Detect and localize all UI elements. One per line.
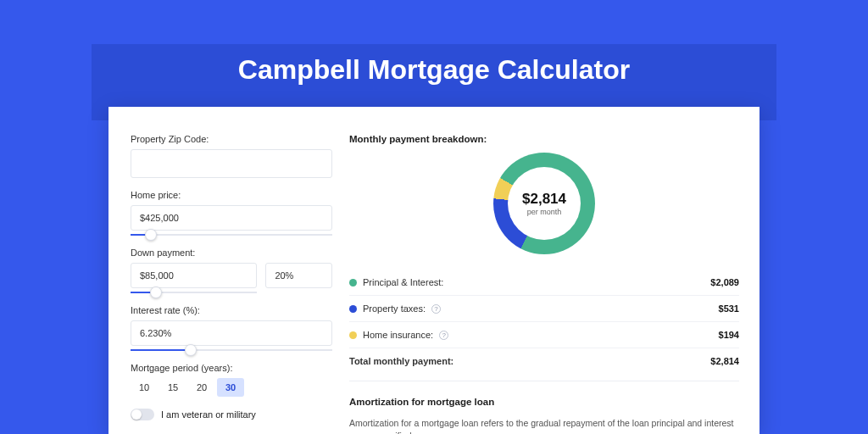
rate-label: Interest rate (%): bbox=[131, 305, 332, 315]
field-interest-rate: Interest rate (%): 6.230% bbox=[131, 305, 332, 351]
down-payment-label: Down payment: bbox=[131, 248, 332, 258]
calculator-card: Property Zip Code: Home price: $425,000 … bbox=[108, 107, 760, 434]
home-price-input[interactable]: $425,000 bbox=[131, 205, 332, 231]
donut-amount: $2,814 bbox=[522, 191, 566, 208]
veteran-toggle[interactable] bbox=[131, 409, 154, 420]
period-option-15[interactable]: 15 bbox=[159, 378, 186, 397]
home-price-slider[interactable] bbox=[131, 234, 332, 236]
period-label: Mortgage period (years): bbox=[131, 363, 332, 373]
legend-row-ins: Home insurance:?$194 bbox=[349, 321, 739, 348]
field-down-payment: Down payment: $85,000 20% bbox=[131, 248, 332, 293]
total-label: Total monthly payment: bbox=[349, 356, 453, 366]
donut-sub: per month bbox=[527, 208, 562, 216]
legend-row-total: Total monthly payment:$2,814 bbox=[349, 348, 739, 374]
veteran-row: I am veteran or military bbox=[131, 409, 332, 420]
down-payment-amount-input[interactable]: $85,000 bbox=[131, 263, 257, 288]
legend-amount-tax: $531 bbox=[719, 303, 739, 314]
field-zip: Property Zip Code: bbox=[131, 134, 332, 178]
field-period: Mortgage period (years): 10152030 bbox=[131, 363, 332, 397]
period-option-10[interactable]: 10 bbox=[131, 378, 158, 397]
legend: Principal & Interest:$2,089Property taxe… bbox=[349, 270, 739, 374]
down-payment-slider[interactable] bbox=[131, 292, 257, 293]
legend-row-tax: Property taxes:?$531 bbox=[349, 295, 739, 321]
legend-label-ins: Home insurance: bbox=[363, 330, 433, 340]
donut-center: $2,814 per month bbox=[508, 167, 581, 240]
page-title: Campbell Mortgage Calculator bbox=[0, 54, 868, 86]
amort-body: Amortization for a mortgage loan refers … bbox=[349, 417, 739, 434]
help-icon[interactable]: ? bbox=[439, 331, 448, 340]
amortization-section: Amortization for mortgage loan Amortizat… bbox=[349, 381, 739, 434]
zip-input[interactable] bbox=[131, 149, 332, 178]
legend-amount-ins: $194 bbox=[719, 330, 739, 340]
field-home-price: Home price: $425,000 bbox=[131, 190, 332, 236]
home-price-label: Home price: bbox=[131, 190, 332, 200]
amort-heading: Amortization for mortgage loan bbox=[349, 397, 739, 407]
legend-label-pi: Principal & Interest: bbox=[363, 277, 443, 287]
down-payment-pct-input[interactable]: 20% bbox=[265, 263, 332, 288]
rate-slider[interactable] bbox=[131, 349, 332, 351]
legend-dot-tax bbox=[349, 305, 357, 313]
period-option-30[interactable]: 30 bbox=[217, 378, 244, 397]
legend-row-pi: Principal & Interest:$2,089 bbox=[349, 270, 739, 295]
help-icon[interactable]: ? bbox=[431, 304, 441, 314]
total-amount: $2,814 bbox=[710, 356, 739, 366]
breakdown-column: Monthly payment breakdown: $2,814 per mo… bbox=[349, 134, 739, 434]
period-options: 10152030 bbox=[131, 378, 332, 397]
zip-label: Property Zip Code: bbox=[131, 134, 332, 144]
veteran-label: I am veteran or military bbox=[161, 409, 256, 420]
rate-input[interactable]: 6.230% bbox=[131, 320, 332, 346]
donut-chart: $2,814 per month bbox=[349, 153, 739, 254]
legend-dot-pi bbox=[349, 279, 357, 287]
legend-amount-pi: $2,089 bbox=[710, 277, 739, 287]
period-option-20[interactable]: 20 bbox=[188, 378, 215, 397]
breakdown-heading: Monthly payment breakdown: bbox=[349, 134, 739, 144]
legend-label-tax: Property taxes: bbox=[363, 303, 426, 314]
legend-dot-ins bbox=[349, 331, 357, 339]
donut-ring: $2,814 per month bbox=[493, 153, 595, 254]
form-column: Property Zip Code: Home price: $425,000 … bbox=[131, 134, 332, 434]
